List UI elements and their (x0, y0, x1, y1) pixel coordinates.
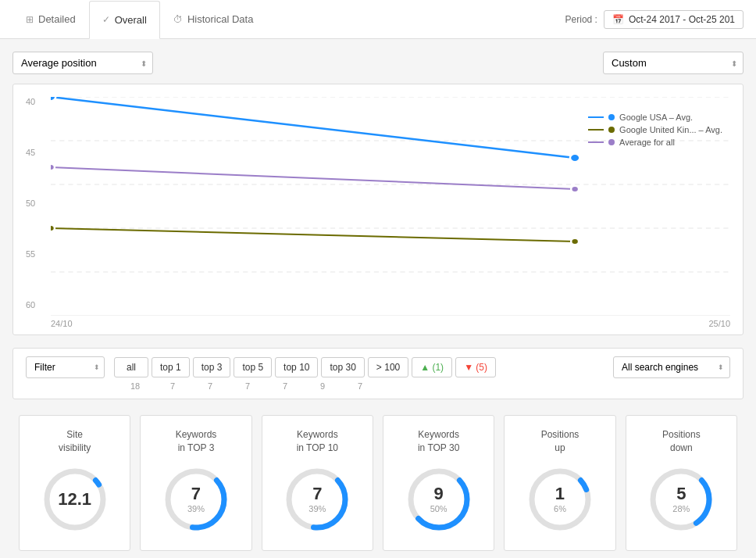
stat-keywords-top10: Keywordsin TOP 10 7 39% (262, 415, 373, 551)
count-top1: 7 (155, 381, 190, 391)
legend-google-usa: Google USA – Avg. (588, 113, 722, 122)
metric-select-wrapper: Average position Visibility Traffic (12, 52, 153, 74)
controls-row: Average position Visibility Traffic Cust… (12, 52, 744, 74)
donut-pos-down: 5 28% (646, 464, 716, 535)
svg-point-14 (571, 186, 579, 192)
y-axis: 40 45 50 55 60 (26, 97, 51, 328)
y-label-45: 45 (26, 148, 51, 157)
svg-point-13 (51, 164, 55, 170)
count-top5: 7 (230, 381, 265, 391)
grid-icon: ⊞ (26, 14, 34, 25)
stat-title-visibility: Sitevisibility (59, 428, 91, 455)
donut-top30: 9 50% (404, 464, 474, 535)
legend-label-avg: Average for all (619, 138, 675, 147)
donut-number-pos-down: 5 (672, 485, 690, 503)
all-search-select[interactable]: All search engines Google USA Google UK (613, 356, 730, 378)
svg-line-9 (51, 228, 575, 241)
count-top3: 7 (193, 381, 227, 391)
donut-percent-top10: 39% (308, 504, 326, 513)
filter-btn-all[interactable]: all (114, 357, 148, 377)
stat-title-top30: Keywordsin TOP 30 (418, 428, 459, 455)
filter-btn-top30[interactable]: top 30 (321, 357, 364, 377)
period-section: Period : 📅 Oct-24 2017 - Oct-25 201 (565, 10, 744, 29)
donut-visibility: 12.1 (40, 464, 110, 535)
chart-area: 40 45 50 55 60 (26, 97, 730, 328)
donut-top3: 7 39% (161, 464, 231, 535)
custom-select[interactable]: Custom Last 7 days Last 30 days (603, 52, 744, 74)
y-label-55: 55 (26, 249, 51, 259)
legend-dot-usa (608, 114, 615, 120)
donut-value-visibility: 12.1 (58, 491, 91, 508)
tab-overall-label: Overall (115, 14, 147, 26)
stat-keywords-top3: Keywordsin TOP 3 7 39% (140, 415, 251, 551)
x-label-25: 25/10 (708, 319, 730, 328)
filter-btn-up[interactable]: ▲ (1) (412, 357, 452, 377)
y-label-50: 50 (26, 199, 51, 208)
svg-point-11 (571, 238, 579, 245)
filter-row: Filter Contains Not contains all top 1 t… (26, 356, 730, 378)
filter-btn-top10[interactable]: top 10 (275, 357, 318, 377)
tab-overall[interactable]: ✓ Overall (89, 1, 160, 39)
donut-pos-up: 1 6% (525, 464, 595, 535)
legend-dot-avg (608, 139, 615, 145)
x-axis: 24/10 25/10 (51, 316, 730, 328)
donut-percent-top3: 39% (187, 504, 205, 513)
svg-line-6 (51, 97, 575, 158)
calendar-icon: 📅 (612, 14, 624, 25)
chart-legend: Google USA – Avg. Google United Kin... –… (588, 113, 722, 150)
stat-positions-up: Positionsup 1 6% (504, 415, 615, 551)
legend-line-avg (588, 141, 604, 143)
filter-btn-top5[interactable]: top 5 (234, 357, 272, 377)
legend-dot-uk (608, 127, 615, 133)
filter-btn-top3[interactable]: top 3 (193, 357, 231, 377)
svg-point-8 (570, 154, 579, 162)
count-top10: 7 (268, 381, 302, 391)
all-search-wrapper: All search engines Google USA Google UK (613, 356, 730, 378)
period-button[interactable]: 📅 Oct-24 2017 - Oct-25 201 (604, 10, 744, 29)
chart-body: 24/10 25/10 Google USA – Avg. Google Uni… (51, 97, 730, 328)
donut-value-pos-up: 1 6% (554, 485, 566, 513)
tab-historical[interactable]: ⏱ Historical Data (160, 0, 267, 38)
legend-google-uk: Google United Kin... – Avg. (588, 125, 722, 134)
y-label-60: 60 (26, 300, 51, 309)
filter-btn-down[interactable]: ▼ (5) (455, 357, 496, 377)
donut-number-pos-up: 1 (554, 485, 566, 503)
donut-percent-top30: 50% (430, 504, 448, 513)
donut-value-pos-down: 5 28% (672, 485, 690, 513)
stat-title-pos-up: Positionsup (541, 428, 579, 455)
legend-avg-all: Average for all (588, 138, 722, 147)
filter-section: Filter Contains Not contains all top 1 t… (12, 348, 744, 399)
svg-line-12 (51, 167, 575, 189)
donut-value-top10: 7 39% (308, 485, 326, 513)
stat-site-visibility: Sitevisibility 12.1 (19, 415, 130, 551)
count-top30: 9 (305, 381, 340, 391)
clock-icon: ⏱ (173, 14, 183, 25)
donut-number-visibility: 12.1 (58, 491, 91, 508)
filter-select[interactable]: Filter Contains Not contains (26, 356, 105, 378)
period-label: Period : (565, 14, 597, 25)
legend-label-usa: Google USA – Avg. (619, 113, 693, 122)
legend-line-usa (588, 116, 604, 118)
tab-detailed[interactable]: ⊞ Detailed (12, 0, 89, 38)
tab-historical-label: Historical Data (187, 13, 254, 25)
y-label-40: 40 (26, 97, 51, 106)
stat-title-top3: Keywordsin TOP 3 (176, 428, 217, 455)
filter-btn-top1[interactable]: top 1 (152, 357, 190, 377)
x-label-24: 24/10 (51, 319, 73, 328)
donut-number-top30: 9 (430, 485, 448, 503)
donut-value-top30: 9 50% (430, 485, 448, 513)
donut-number-top3: 7 (187, 485, 205, 503)
period-value: Oct-24 2017 - Oct-25 201 (629, 14, 735, 25)
filter-select-wrapper: Filter Contains Not contains (26, 356, 105, 378)
legend-line-uk (588, 129, 604, 131)
stat-keywords-top30: Keywordsin TOP 30 9 50% (383, 415, 494, 551)
legend-label-uk: Google United Kin... – Avg. (619, 125, 722, 134)
donut-number-top10: 7 (308, 485, 326, 503)
stat-title-pos-down: Positionsdown (662, 428, 701, 455)
main-content: Average position Visibility Traffic Cust… (0, 39, 756, 558)
filter-btn-gt100[interactable]: > 100 (368, 357, 408, 377)
stats-row: Sitevisibility 12.1 Keywordsin TOP 3 (12, 415, 744, 551)
check-circle-icon: ✓ (102, 14, 110, 25)
metric-select[interactable]: Average position Visibility Traffic (12, 52, 153, 74)
count-all: 18 (118, 381, 152, 391)
